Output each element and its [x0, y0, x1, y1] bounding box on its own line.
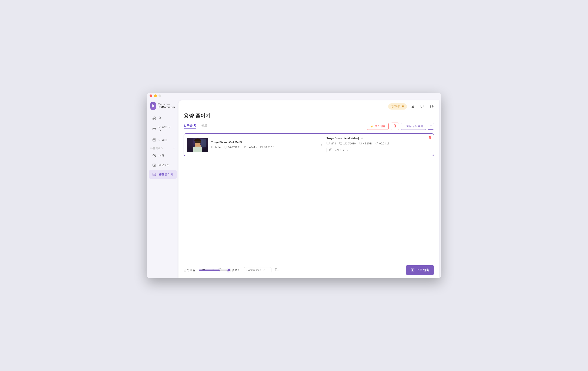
- quick-access-add-button[interactable]: +: [173, 146, 175, 150]
- size-select-dropdown[interactable]: 크기 조정: [326, 147, 351, 153]
- upgrade-button[interactable]: 업그레이드: [388, 103, 407, 110]
- page-content: 용량 줄이기 압축중(1) 완료 ⚡ 고속 변환: [178, 112, 439, 262]
- compress-all-button[interactable]: 모두 압축: [406, 265, 434, 275]
- sidebar-download-label: 다운로드: [158, 163, 169, 167]
- sidebar-item-my-files[interactable]: 내 파일: [149, 136, 177, 144]
- sidebar-item-convert[interactable]: 변환: [149, 151, 177, 160]
- output-duration: 00:03:17: [375, 142, 389, 145]
- add-file-dropdown-button[interactable]: [428, 123, 434, 129]
- fast-convert-button[interactable]: ⚡ 고속 변환: [367, 123, 389, 130]
- source-format: MP4: [211, 146, 220, 149]
- sidebar-item-more-tools[interactable]: 더 많은 도구: [149, 123, 177, 135]
- card-delete-button[interactable]: [428, 136, 432, 140]
- slider-track: [199, 270, 229, 271]
- size-select-chevron: [346, 149, 348, 152]
- sidebar-item-compress[interactable]: 용량 줄이기: [149, 170, 177, 179]
- sidebar-convert-label: 변환: [158, 154, 164, 158]
- top-bar: 업그레이드: [178, 100, 439, 112]
- logo-text: Wondershare UniConverter: [158, 103, 175, 109]
- location-select-dropdown[interactable]: Compressed: [244, 267, 272, 273]
- svg-rect-23: [195, 141, 201, 143]
- file-card: Troye Sivan - Got Me St... MP4: [184, 133, 434, 156]
- output-filename: Troye Sivan...icial Video): [326, 136, 431, 140]
- output-resolution: 1420*1080: [339, 142, 356, 145]
- format-icon: [211, 146, 214, 149]
- tab-actions: ⚡ 고속 변환 + 파일/폴더 추가: [367, 123, 434, 130]
- close-button[interactable]: [149, 95, 152, 97]
- open-folder-icon[interactable]: [361, 136, 364, 140]
- source-resolution: 1422*1080: [224, 146, 240, 149]
- source-filename: Troye Sivan - Got Me St...: [211, 141, 315, 144]
- page-title: 용량 줄이기: [184, 112, 434, 119]
- source-duration: 00:03:17: [260, 146, 274, 149]
- add-file-button[interactable]: + 파일/폴더 추가: [401, 123, 426, 130]
- sidebar-home-label: 홈: [158, 116, 161, 120]
- output-resolution-icon: [339, 142, 342, 145]
- arrow-divider: [318, 142, 324, 148]
- output-size: 45.1MB: [359, 142, 372, 145]
- slider-fill: [199, 270, 220, 271]
- output-info: Troye Sivan...icial Video): [326, 136, 431, 153]
- trash-icon: [393, 124, 397, 128]
- content-area: 업그레이드: [178, 100, 439, 278]
- svg-rect-27: [224, 146, 227, 148]
- location-dropdown-chevron: [263, 269, 265, 272]
- size-select-row: 크기 조정: [326, 147, 431, 153]
- svg-point-14: [422, 106, 422, 106]
- compress-icon-btn: [411, 268, 415, 272]
- files-icon: [152, 138, 156, 142]
- logo-icon: [150, 102, 156, 110]
- svg-rect-25: [201, 139, 206, 147]
- tabs: 압축중(1) 완료: [184, 124, 207, 129]
- tab-done[interactable]: 완료: [201, 124, 207, 129]
- download-icon: [152, 163, 156, 167]
- svg-point-13: [421, 106, 422, 106]
- sidebar-compress-label: 용량 줄이기: [158, 172, 173, 176]
- svg-point-1: [153, 105, 154, 106]
- main-layout: Wondershare UniConverter 홈: [147, 99, 441, 278]
- account-icon-button[interactable]: [410, 103, 416, 110]
- svg-point-36: [220, 269, 220, 269]
- svg-rect-17: [432, 106, 433, 107]
- svg-rect-21: [193, 147, 202, 152]
- svg-point-15: [423, 106, 423, 106]
- video-thumbnail: [187, 138, 208, 152]
- quick-access-section: 빠른 액세스 +: [147, 145, 178, 151]
- sidebar-item-home[interactable]: 홈: [149, 114, 177, 122]
- svg-rect-24: [187, 138, 193, 152]
- output-duration-icon: [375, 142, 378, 145]
- logo-area: Wondershare UniConverter: [147, 100, 178, 113]
- output-format-icon: [326, 142, 329, 145]
- sidebar-item-download[interactable]: 다운로드: [149, 161, 177, 169]
- fullscreen-button[interactable]: [158, 95, 161, 97]
- minimize-button[interactable]: [154, 95, 157, 97]
- svg-rect-30: [339, 142, 342, 144]
- compress-icon: [152, 172, 156, 177]
- resize-icon: [329, 148, 332, 152]
- size-icon: [244, 146, 247, 149]
- location-value: Compressed: [247, 269, 261, 272]
- tab-bar: 압축중(1) 완료 ⚡ 고속 변환: [184, 123, 434, 130]
- source-meta: MP4 1422*1080: [211, 146, 315, 149]
- logo-product: UniConverter: [158, 106, 175, 109]
- bottom-bar: 압축 비율 70 % 저장 위치: [178, 262, 439, 278]
- output-size-icon: [359, 142, 362, 145]
- headset-icon-button[interactable]: [428, 103, 435, 110]
- chat-icon-button[interactable]: [419, 103, 426, 110]
- logo-brand: Wondershare: [158, 103, 175, 106]
- content-spacer: [184, 156, 434, 262]
- home-icon: [152, 116, 156, 120]
- delete-button[interactable]: [391, 123, 399, 130]
- sidebar-my-files-label: 내 파일: [158, 138, 168, 142]
- open-folder-button[interactable]: [275, 267, 280, 273]
- app-window: Wondershare UniConverter 홈: [147, 93, 441, 278]
- tools-icon: [152, 127, 156, 131]
- svg-point-12: [412, 105, 414, 106]
- output-format: MP4: [326, 142, 336, 145]
- title-bar: [147, 93, 441, 99]
- tab-compressing[interactable]: 압축중(1): [184, 124, 196, 129]
- convert-icon: [152, 154, 156, 158]
- lightning-icon: ⚡: [370, 125, 373, 128]
- slider-thumb[interactable]: [227, 268, 231, 272]
- resolution-icon: [224, 146, 227, 149]
